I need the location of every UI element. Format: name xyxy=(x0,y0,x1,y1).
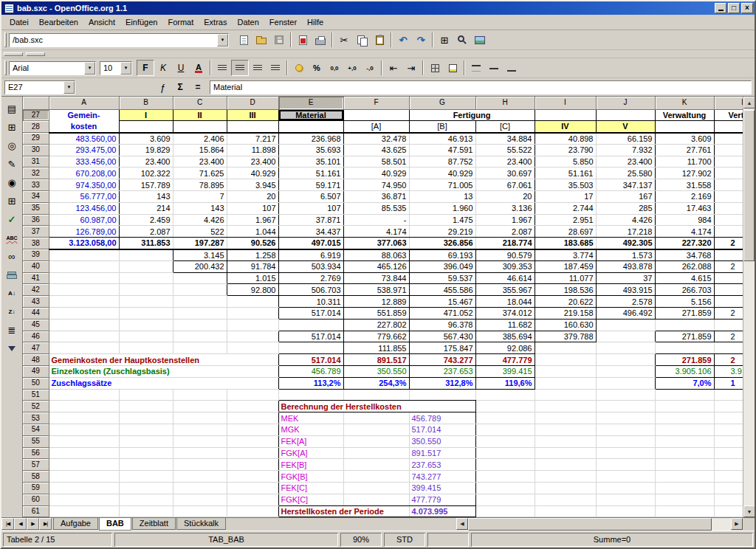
cell-L52[interactable] xyxy=(714,401,743,412)
cell-F50[interactable]: 254,3% xyxy=(343,377,409,389)
cell-G45[interactable]: 96.378 xyxy=(409,319,475,331)
cell-J27[interactable] xyxy=(596,109,655,121)
vertical-scroll-thumb[interactable] xyxy=(743,110,755,261)
cell-A31[interactable]: 333.456,00 xyxy=(49,156,119,168)
cell-L60[interactable] xyxy=(714,494,743,505)
cell-L47[interactable] xyxy=(714,342,743,354)
cell-A40[interactable] xyxy=(49,260,119,272)
cell-H39[interactable]: 90.579 xyxy=(475,249,535,261)
cell-G56[interactable]: 891.517 xyxy=(409,447,475,459)
cell-B35[interactable]: 214 xyxy=(119,202,173,214)
cell-B37[interactable]: 2.087 xyxy=(119,226,173,238)
cell-F40[interactable]: 465.126 xyxy=(343,260,409,272)
cell-I61[interactable] xyxy=(535,505,596,517)
cell-F60[interactable] xyxy=(343,494,409,505)
zoom-icon[interactable] xyxy=(453,32,471,48)
cell-B36[interactable]: 2.459 xyxy=(119,214,173,226)
cell-H43[interactable]: 18.044 xyxy=(475,296,535,308)
cell-K42[interactable]: 266.703 xyxy=(655,284,714,296)
cell-K32[interactable]: 127.902 xyxy=(655,168,714,179)
cell-H52[interactable] xyxy=(475,401,535,412)
percent-icon[interactable]: % xyxy=(308,60,326,76)
cell-I36[interactable]: 2.951 xyxy=(535,214,596,226)
cell-H31[interactable]: 23.400 xyxy=(475,156,535,168)
print-file-icon[interactable] xyxy=(312,32,329,48)
cell-I56[interactable] xyxy=(535,447,596,459)
cell-A51[interactable] xyxy=(49,389,119,401)
status-insert-mode[interactable]: STD xyxy=(384,533,425,547)
cell-G28[interactable]: [B] xyxy=(409,121,475,133)
cell-K41[interactable]: 4.615 xyxy=(655,272,714,284)
cell-A52[interactable] xyxy=(49,401,119,412)
cell-G30[interactable]: 47.591 xyxy=(409,144,475,156)
cell-F45[interactable]: 227.802 xyxy=(343,319,409,331)
cell-I44[interactable]: 219.158 xyxy=(535,308,596,320)
row-header-45[interactable]: 45 xyxy=(23,319,49,331)
cell-E46[interactable]: 517.014 xyxy=(278,331,343,342)
cell-F58[interactable] xyxy=(343,471,409,483)
cell-G49[interactable]: 237.653 xyxy=(409,366,475,378)
align-left-icon[interactable] xyxy=(213,60,231,76)
cell-J38[interactable]: 492.305 xyxy=(596,238,655,249)
column-header-A[interactable]: A xyxy=(49,97,119,109)
cell-E29[interactable]: 236.968 xyxy=(278,133,343,145)
cell-E31[interactable]: 35.101 xyxy=(278,156,343,168)
cell-A34[interactable]: 56.777,00 xyxy=(49,191,119,203)
cell-F59[interactable] xyxy=(343,483,409,494)
cell-D28[interactable] xyxy=(227,121,278,133)
cell-D41[interactable]: 1.015 xyxy=(227,272,278,284)
vertical-scroll-track[interactable] xyxy=(743,108,755,505)
cell-I37[interactable]: 28.697 xyxy=(535,226,596,238)
cell-A36[interactable]: 60.987,00 xyxy=(49,214,119,226)
dock-grip-icon[interactable] xyxy=(4,52,23,56)
cell-K39[interactable]: 34.768 xyxy=(655,249,714,261)
cell-C35[interactable]: 143 xyxy=(173,202,227,214)
row-header-36[interactable]: 36 xyxy=(23,214,49,226)
sort-descending-icon[interactable]: Z↓ xyxy=(3,303,21,320)
cell-G50[interactable]: 312,8% xyxy=(409,377,475,389)
cell-J47[interactable] xyxy=(596,342,655,354)
url-combo[interactable]: ▼ xyxy=(9,33,229,47)
cell-C43[interactable] xyxy=(173,296,227,308)
cell-E38[interactable]: 497.015 xyxy=(278,238,343,249)
cell-C27[interactable]: II xyxy=(173,109,227,121)
cell-G41[interactable]: 59.537 xyxy=(409,272,475,284)
align-center-icon[interactable] xyxy=(231,60,249,76)
cell-L38[interactable]: 2 xyxy=(714,238,743,249)
cell-I40[interactable]: 187.459 xyxy=(535,260,596,272)
column-header-L[interactable]: L xyxy=(714,97,743,109)
cell-E33[interactable]: 59.171 xyxy=(278,179,343,191)
cell-D54[interactable] xyxy=(227,424,278,436)
data-sources-icon[interactable] xyxy=(3,266,21,283)
cell-J33[interactable]: 347.137 xyxy=(596,179,655,191)
next-sheet-icon[interactable]: ▶ xyxy=(27,518,39,530)
cell-G58[interactable]: 743.277 xyxy=(409,471,475,483)
row-header-48[interactable]: 48 xyxy=(23,354,49,366)
cell-D40[interactable]: 91.784 xyxy=(227,260,278,272)
row-header-54[interactable]: 54 xyxy=(23,424,49,436)
cell-I43[interactable]: 20.622 xyxy=(535,296,596,308)
row-header-53[interactable]: 53 xyxy=(23,412,49,424)
cell-E45[interactable] xyxy=(278,319,343,331)
cell-G43[interactable]: 15.467 xyxy=(409,296,475,308)
borders-icon[interactable] xyxy=(426,60,444,76)
cell-B51[interactable] xyxy=(119,389,173,401)
formula-input[interactable] xyxy=(210,81,751,94)
cell-K43[interactable]: 5.156 xyxy=(655,296,714,308)
menu-format[interactable]: Format xyxy=(162,16,199,28)
column-header-C[interactable]: C xyxy=(173,97,227,109)
url-input[interactable] xyxy=(10,34,217,46)
cell-D31[interactable]: 23.400 xyxy=(227,156,278,168)
cell-K34[interactable]: 2.169 xyxy=(655,191,714,203)
cell-H47[interactable]: 92.086 xyxy=(475,342,535,354)
cell-E54[interactable]: MGK xyxy=(278,424,343,436)
cell-A53[interactable] xyxy=(49,412,119,424)
cell-J61[interactable] xyxy=(596,505,655,517)
cell-J32[interactable]: 25.580 xyxy=(596,168,655,179)
cell-B40[interactable] xyxy=(119,260,173,272)
cell-E60[interactable]: FGK[C] xyxy=(278,494,343,505)
standard-format-icon[interactable]: 0,0 xyxy=(326,60,343,76)
cell-I29[interactable]: 40.898 xyxy=(535,133,596,145)
form-functions-icon[interactable]: ◉ xyxy=(3,174,21,191)
cell-B41[interactable] xyxy=(119,272,173,284)
